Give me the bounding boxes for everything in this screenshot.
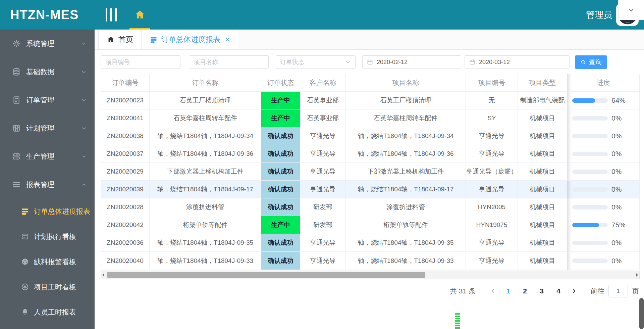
next-page-button[interactable] (567, 288, 581, 294)
project-no-input[interactable] (101, 55, 180, 69)
page-number-1[interactable]: 1 (500, 287, 517, 295)
cell-project-no: 无 (466, 92, 518, 109)
cell-project-name: 轴，烧结T1804轴，T1804J-09-34 (346, 127, 466, 145)
project-name-input[interactable] (189, 55, 269, 69)
sidebar-subitem-label: 项目工时看板 (34, 282, 95, 292)
tab-bar: 首页 订单总体进度报表 × (95, 30, 644, 50)
scroll-left-arrow-icon[interactable] (102, 273, 104, 277)
goto-page-input[interactable] (608, 285, 628, 297)
chevron-up-icon (80, 181, 87, 188)
cell-project-type: 机械项目 (518, 109, 567, 127)
main-content: 订单状态 2020-02-12 2020-03-12 查询 订单编号订单名称订单… (95, 50, 644, 329)
sidebar-subitem-project-hours-board[interactable]: 项目工时看板 (0, 274, 95, 299)
prev-page-button[interactable] (486, 288, 500, 294)
sidebar-subitem-label: 计划执行看板 (34, 232, 95, 241)
search-button[interactable]: 查询 (575, 55, 607, 69)
tab-overflow-button[interactable] (618, 0, 644, 20)
cell-customer: 亨通光导 (300, 127, 346, 145)
page-number-4[interactable]: 4 (550, 287, 567, 295)
progress-bar (572, 170, 608, 174)
sidebar-subitem-label: 缺料报警看板 (34, 257, 95, 267)
collapse-menu-icon[interactable] (106, 8, 117, 21)
sidebar-item-label: 订单管理 (26, 95, 80, 105)
sidebar-subitem-label: 订单总体进度报表 (34, 207, 95, 216)
cell-progress: 0% (567, 127, 639, 145)
sidebar-item-plan[interactable]: 计划管理 (0, 114, 95, 142)
progress-label: 0% (611, 239, 622, 247)
sidebar-subitem-material-alarm-board[interactable]: 缺料报警看板 (0, 249, 95, 274)
table-row[interactable]: ZN20020023 石英工厂楼顶清理 生产中 石英事业部 石英工厂楼顶清理 无… (101, 92, 639, 109)
sidebar-item-label: 报表管理 (26, 180, 80, 189)
table-row[interactable]: ZN20020038 轴，烧结T1804轴，T1804J-09-34 确认成功 … (101, 127, 639, 145)
cell-order-no: ZN20020023 (101, 92, 150, 109)
table-row[interactable]: ZN20020040 轴，烧结T1804轴，T1804J-09-33 确认成功 … (101, 252, 639, 270)
page-number-3[interactable]: 3 (533, 287, 550, 295)
column-header: 项目名称 (346, 74, 466, 92)
table-row[interactable]: ZN20020029 下部激光器上移机构加工件 确认成功 亨通光导 下部激光器上… (101, 163, 639, 181)
cell-order-no: ZN20020038 (101, 127, 150, 145)
table-row[interactable]: ZN20020037 轴，烧结T1804轴，T1804J-09-36 确认成功 … (101, 145, 639, 163)
sidebar-item-label: 基础数据 (26, 67, 80, 77)
status-badge: 确认成功 (261, 127, 300, 145)
cell-customer: 研发部 (300, 198, 346, 216)
table-row[interactable]: ZN20020039 轴，烧结T1804轴，T1804J-09-17 确认成功 … (101, 181, 639, 198)
search-icon (580, 59, 586, 65)
scroll-right-arrow-icon[interactable] (636, 273, 638, 277)
cell-order-no: ZN20020029 (101, 163, 150, 181)
pagination-total: 共 31 条 (450, 286, 476, 296)
cell-project-type: 机械项目 (518, 181, 567, 198)
chevron-down-icon (344, 59, 351, 65)
cell-customer: 亨通光导 (300, 181, 346, 198)
cell-order-status: 生产中 (261, 92, 300, 109)
cell-project-name: 轴，烧结T1804轴，T1804J-09-17 (346, 181, 466, 198)
sidebar-item-order[interactable]: 订单管理 (0, 86, 95, 114)
close-icon[interactable]: × (225, 36, 230, 43)
sidebar-subitem-label: 人员工时报表 (34, 308, 95, 317)
sidebar-item-production[interactable]: 生产管理 (0, 142, 95, 171)
calendar-icon (469, 59, 476, 65)
cell-project-name: 下部激光器上移机构加工件 (346, 163, 466, 181)
sidebar-subitem-staff-hours-report[interactable]: 人员工时报表 (0, 299, 95, 325)
sidebar-item-base-data[interactable]: 基础数据 (0, 58, 95, 86)
cell-order-no: ZN20020028 (101, 198, 150, 216)
horizontal-scrollbar[interactable] (101, 271, 640, 279)
order-status-select[interactable]: 订单状态 (276, 55, 356, 69)
cell-order-status: 确认成功 (261, 181, 300, 198)
cell-order-name: 石英工厂楼顶清理 (150, 92, 261, 109)
user-name[interactable]: 管理员 (586, 0, 612, 30)
cell-order-status: 确认成功 (261, 163, 300, 181)
cell-customer: 石英事业部 (300, 92, 346, 109)
tab-home[interactable]: 首页 (98, 30, 142, 49)
scrollbar-thumb[interactable] (107, 272, 425, 278)
cell-progress: 0% (567, 109, 639, 127)
sidebar-subitem-plan-execution-board[interactable]: 计划执行看板 (0, 224, 95, 249)
table-row[interactable]: ZN20020028 涂覆挤进料管 确认成功 研发部 涂覆挤进料管 HYN200… (101, 198, 639, 216)
date-from-picker[interactable]: 2020-02-12 (362, 55, 461, 69)
sidebar-item-system[interactable]: 系统管理 (0, 30, 95, 58)
table-row[interactable]: ZN20020036 轴，烧结T1804轴，T1804J-09-35 确认成功 … (101, 234, 639, 252)
cell-order-name: 涂覆挤进料管 (150, 198, 261, 216)
progress-label: 0% (611, 150, 622, 158)
search-button-label: 查询 (589, 58, 602, 66)
home-icon (134, 9, 146, 20)
date-to-picker[interactable]: 2020-03-12 (465, 55, 570, 69)
sidebar-item-report[interactable]: 报表管理 (0, 171, 95, 199)
sidebar-subitem-order-progress-report[interactable]: 订单总体进度报表 (0, 199, 95, 224)
cell-order-name: 轴，烧结T1804轴，T1804J-09-36 (150, 145, 261, 163)
vertical-scrollbar-thumb[interactable] (639, 298, 644, 329)
sidebar: HTZN-MES 系统管理 基础数据 订单管理 计划管理 生产管理 报 (0, 0, 95, 329)
cell-order-status: 确认成功 (261, 234, 300, 252)
status-badge: 确认成功 (261, 234, 300, 251)
cell-progress: 0% (567, 234, 639, 252)
cell-customer: 亨通光导 (300, 234, 346, 252)
tab-report[interactable]: 订单总体进度报表 × (142, 30, 238, 49)
cell-progress: 64% (567, 92, 639, 109)
column-header: 项目编号 (466, 74, 518, 92)
table-row[interactable]: ZN20020042 桁架单轨等配件 生产中 研发部 桁架单轨等配件 HYN19… (101, 216, 639, 234)
page-numbers: 1234 (500, 287, 567, 295)
table-row[interactable]: ZN20020041 石英华嘉柱周转车配件 生产中 石英事业部 石英华嘉柱周转车… (101, 109, 639, 127)
status-badge: 生产中 (261, 92, 300, 109)
page-number-2[interactable]: 2 (517, 287, 533, 295)
home-nav-button[interactable] (129, 0, 151, 30)
chevron-down-icon (80, 40, 87, 47)
